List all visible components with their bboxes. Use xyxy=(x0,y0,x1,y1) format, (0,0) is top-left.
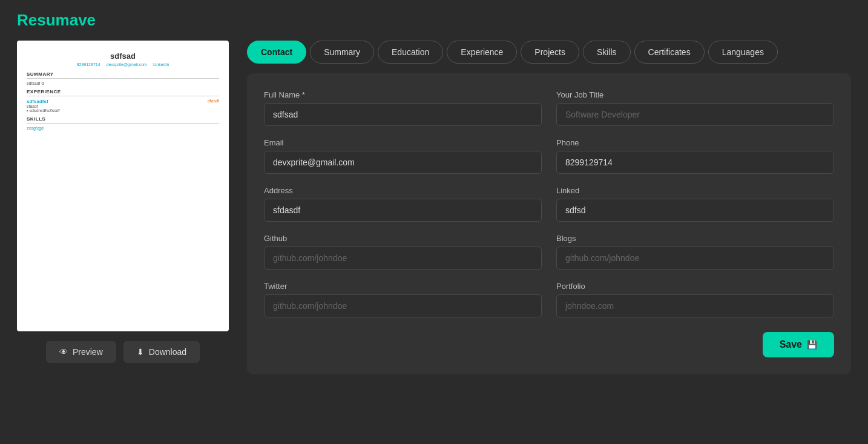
resume-links: 8299129714 devxprite@gmail.com LinkedIn xyxy=(27,62,219,67)
resume-exp-bullets: • sdsdnsdfsdfssdf xyxy=(27,108,219,113)
tab-skills[interactable]: Skills xyxy=(583,41,631,64)
github-group: Github xyxy=(264,234,542,270)
full-name-group: Full Name * xyxy=(264,90,542,126)
resume-exp-row: sdfsadfsf dfasdf xyxy=(27,99,219,104)
email-group: Email xyxy=(264,138,542,174)
preview-button-row: Preview Download xyxy=(46,341,200,363)
email-label: Email xyxy=(264,138,542,147)
portfolio-group: Portfolio xyxy=(556,282,834,317)
resume-email: devxprite@gmail.com xyxy=(107,62,147,67)
linked-group: Linked xyxy=(556,186,834,222)
resume-exp-title: sdfsadfsf xyxy=(27,99,48,104)
download-label: Download xyxy=(149,347,186,357)
form-grid: Full Name * Your Job Title Email Phone A xyxy=(264,90,834,317)
resume-summary-title: SUMMARY xyxy=(27,71,219,79)
linked-input[interactable] xyxy=(556,199,834,222)
tab-experience[interactable]: Experience xyxy=(447,41,517,64)
resume-linkedin: LinkedIn xyxy=(153,62,169,67)
full-name-input[interactable] xyxy=(264,103,542,126)
preview-panel: sdfsad 8299129714 devxprite@gmail.com Li… xyxy=(17,41,229,363)
twitter-label: Twitter xyxy=(264,282,542,291)
form-footer: Save xyxy=(264,332,834,357)
blogs-label: Blogs xyxy=(556,234,834,243)
address-group: Address xyxy=(264,186,542,222)
address-input[interactable] xyxy=(264,199,542,222)
save-icon xyxy=(807,339,817,350)
tab-certificates[interactable]: Certificates xyxy=(634,41,705,64)
tab-education[interactable]: Education xyxy=(378,41,443,64)
preview-button[interactable]: Preview xyxy=(46,341,116,363)
blogs-group: Blogs xyxy=(556,234,834,270)
job-title-input[interactable] xyxy=(556,103,834,126)
blogs-input[interactable] xyxy=(556,247,834,270)
right-panel: Contact Summary Education Experience Pro… xyxy=(247,41,851,374)
twitter-input[interactable] xyxy=(264,294,542,317)
main-layout: sdfsad 8299129714 devxprite@gmail.com Li… xyxy=(0,41,868,374)
address-label: Address xyxy=(264,186,542,195)
github-label: Github xyxy=(264,234,542,243)
resume-exp-date: dfasdf xyxy=(208,99,219,104)
tabs-row: Contact Summary Education Experience Pro… xyxy=(247,41,851,64)
contact-form-panel: Full Name * Your Job Title Email Phone A xyxy=(247,73,851,374)
resume-skills-text: zxdgfxgd xyxy=(27,126,219,130)
save-label: Save xyxy=(780,339,802,350)
job-title-label: Your Job Title xyxy=(556,90,834,99)
app-title: Resumave xyxy=(17,11,96,29)
linked-label: Linked xyxy=(556,186,834,195)
twitter-group: Twitter xyxy=(264,282,542,317)
preview-label: Preview xyxy=(73,347,103,357)
phone-label: Phone xyxy=(556,138,834,147)
phone-group: Phone xyxy=(556,138,834,174)
download-button[interactable]: Download xyxy=(123,341,200,363)
resume-skills-title: SKILLS xyxy=(27,116,219,124)
save-button[interactable]: Save xyxy=(763,332,834,357)
download-icon xyxy=(137,347,144,357)
resume-exp-subtitle: sfasdf xyxy=(27,104,219,108)
tab-summary[interactable]: Summary xyxy=(310,41,374,64)
tab-contact[interactable]: Contact xyxy=(247,41,306,64)
phone-input[interactable] xyxy=(556,151,834,174)
portfolio-input[interactable] xyxy=(556,294,834,317)
job-title-group: Your Job Title xyxy=(556,90,834,126)
resume-name: sdfsad xyxy=(27,51,219,61)
full-name-label: Full Name * xyxy=(264,90,542,99)
portfolio-label: Portfolio xyxy=(556,282,834,291)
resume-summary-text: sdfsadf d xyxy=(27,81,219,85)
tab-projects[interactable]: Projects xyxy=(521,41,579,64)
resume-phone: 8299129714 xyxy=(77,62,100,67)
email-input[interactable] xyxy=(264,151,542,174)
app-header: Resumave xyxy=(0,0,868,41)
resume-experience-title: EXPERIENCE xyxy=(27,89,219,96)
resume-preview-card: sdfsad 8299129714 devxprite@gmail.com Li… xyxy=(17,41,229,331)
eye-icon xyxy=(59,347,68,357)
github-input[interactable] xyxy=(264,247,542,270)
tab-languages[interactable]: Languages xyxy=(708,41,778,64)
